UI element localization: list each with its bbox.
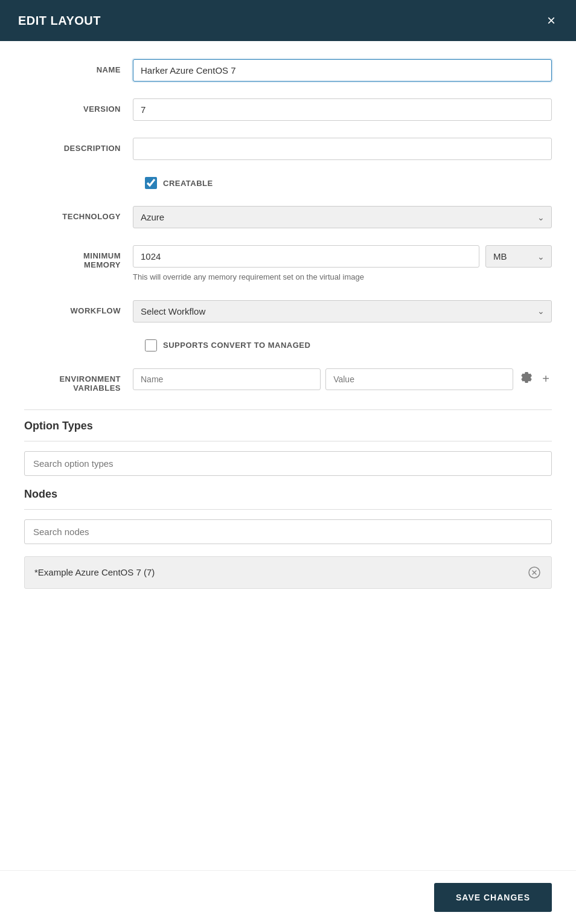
memory-unit-wrap: MB GB ⌄ [485,245,552,268]
workflow-row: WORKFLOW Select Workflow ⌄ [24,300,552,322]
env-variables-label: ENVIRONMENTVARIABLES [24,368,133,393]
version-row: VERSION [24,98,552,121]
env-value-input[interactable] [325,368,513,390]
node-item-label: *Example Azure CentOS 7 (7) [34,567,155,577]
technology-select[interactable]: Azure VMware AWS OpenStack [133,206,552,228]
supports-convert-label[interactable]: SUPPORTS CONVERT TO MANAGED [145,339,310,351]
version-control-wrap [133,98,552,121]
env-inputs-row: + [133,368,552,390]
modal-footer: SAVE CHANGES [0,870,576,924]
memory-control-wrap: MB GB ⌄ This will override any memory re… [133,245,552,283]
name-input[interactable] [133,59,552,82]
env-add-button[interactable]: + [540,370,552,388]
description-row: DESCRIPTION [24,138,552,160]
env-name-input[interactable] [133,368,321,390]
save-changes-button[interactable]: SAVE CHANGES [434,883,552,912]
env-variables-control-wrap: + [133,368,552,390]
gear-icon [520,371,533,383]
workflow-label: WORKFLOW [24,300,133,315]
node-item: *Example Azure CentOS 7 (7) [24,556,552,589]
memory-unit-select[interactable]: MB GB [485,245,552,268]
description-control-wrap [133,138,552,160]
env-gear-button[interactable] [518,369,535,389]
node-remove-button[interactable] [527,565,542,580]
technology-label: TECHNOLOGY [24,206,133,221]
edit-layout-modal: EDIT LAYOUT × NAME VERSION DESCRIPTION [0,0,576,924]
version-input[interactable] [133,98,552,121]
option-types-title: Option Types [24,420,552,432]
creatable-row: CREATABLE [24,177,552,189]
memory-hint: This will override any memory requiremen… [133,271,552,283]
creatable-checkbox[interactable] [145,177,157,189]
env-variables-row: ENVIRONMENTVARIABLES + [24,368,552,393]
technology-select-wrap: Azure VMware AWS OpenStack ⌄ [133,206,552,228]
technology-row: TECHNOLOGY Azure VMware AWS OpenStack ⌄ [24,206,552,228]
option-types-divider-bottom [24,441,552,441]
description-label: DESCRIPTION [24,138,133,153]
option-types-divider [24,409,552,410]
supports-convert-checkbox[interactable] [145,339,157,351]
memory-label: MINIMUMMEMORY [24,245,133,269]
description-input[interactable] [133,138,552,160]
version-label: VERSION [24,98,133,114]
workflow-select[interactable]: Select Workflow [133,300,552,322]
search-option-types-input[interactable] [24,451,552,476]
close-circle-icon [528,566,540,579]
memory-inputs: MB GB ⌄ [133,245,552,268]
name-control-wrap [133,59,552,82]
name-row: NAME [24,59,552,82]
modal-header: EDIT LAYOUT × [0,0,576,41]
close-button[interactable]: × [545,13,558,28]
memory-row: MINIMUMMEMORY MB GB ⌄ This will override… [24,245,552,283]
search-nodes-input[interactable] [24,519,552,544]
workflow-select-wrap: Select Workflow ⌄ [133,300,552,322]
workflow-control-wrap: Select Workflow ⌄ [133,300,552,322]
nodes-list: *Example Azure CentOS 7 (7) [24,556,552,589]
memory-value-input[interactable] [133,245,479,268]
name-label: NAME [24,59,133,74]
supports-convert-row: SUPPORTS CONVERT TO MANAGED [24,339,552,351]
nodes-divider [24,509,552,510]
modal-body: NAME VERSION DESCRIPTION CREATABLE [0,41,576,870]
creatable-label[interactable]: CREATABLE [145,177,213,189]
modal-title: EDIT LAYOUT [18,14,101,28]
technology-control-wrap: Azure VMware AWS OpenStack ⌄ [133,206,552,228]
nodes-title: Nodes [24,488,552,501]
